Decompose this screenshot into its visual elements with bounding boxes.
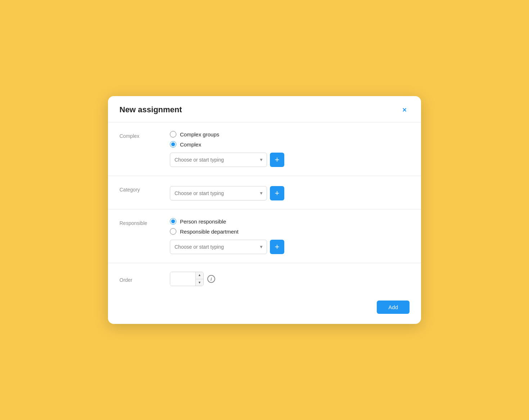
responsible-section: Responsible Person responsible Responsib… <box>108 209 421 263</box>
complex-radio[interactable] <box>170 141 176 148</box>
complex-dropdown-wrap: ▼ <box>170 153 267 167</box>
order-increment-button[interactable]: ▲ <box>196 272 203 279</box>
responsible-dropdown-wrap: ▼ <box>170 240 267 254</box>
complex-groups-radio[interactable] <box>170 131 176 137</box>
responsible-dept-label: Responsible department <box>180 229 239 235</box>
modal-dialog: New assignment × Complex Complex groups … <box>108 96 421 324</box>
responsible-content: Person responsible Responsible departmen… <box>170 218 410 254</box>
responsible-label: Responsible <box>119 218 170 226</box>
complex-label: Complex <box>119 131 170 139</box>
order-decrement-button[interactable]: ▼ <box>196 279 203 286</box>
person-responsible-label: Person responsible <box>180 218 226 225</box>
order-label: Order <box>119 275 170 283</box>
responsible-add-button[interactable]: + <box>270 240 284 254</box>
order-section: Order 1 ▲ ▼ i <box>108 263 421 295</box>
complex-content: Complex groups Complex ▼ + <box>170 131 410 167</box>
page-background: New assignment × Complex Complex groups … <box>0 0 529 420</box>
category-input-row: ▼ + <box>170 186 410 200</box>
order-info-icon: i <box>207 275 215 283</box>
responsible-dropdown[interactable] <box>170 240 267 254</box>
complex-input-row: ▼ + <box>170 153 410 167</box>
close-button[interactable]: × <box>399 105 410 115</box>
order-number-wrap: 1 ▲ ▼ <box>170 272 204 286</box>
complex-groups-label: Complex groups <box>180 131 219 137</box>
complex-add-button[interactable]: + <box>270 153 284 167</box>
complex-section: Complex Complex groups Complex ▼ + <box>108 122 421 176</box>
person-responsible-radio-row[interactable]: Person responsible <box>170 218 410 225</box>
modal-header: New assignment × <box>108 96 421 122</box>
responsible-dept-radio[interactable] <box>170 228 176 235</box>
order-spin-buttons: ▲ ▼ <box>195 272 203 286</box>
modal-footer: Add <box>108 295 421 324</box>
modal-title: New assignment <box>119 105 182 114</box>
complex-radio-row[interactable]: Complex <box>170 141 410 148</box>
category-label: Category <box>119 185 170 193</box>
complex-groups-radio-row[interactable]: Complex groups <box>170 131 410 137</box>
category-dropdown-wrap: ▼ <box>170 186 267 200</box>
category-section: Category ▼ + <box>108 176 421 209</box>
order-input[interactable]: 1 <box>170 272 195 286</box>
add-submit-button[interactable]: Add <box>377 301 410 314</box>
responsible-dept-radio-row[interactable]: Responsible department <box>170 228 410 235</box>
responsible-input-row: ▼ + <box>170 240 410 254</box>
order-input-wrap: 1 ▲ ▼ i <box>170 272 215 286</box>
category-dropdown[interactable] <box>170 186 267 200</box>
person-responsible-radio[interactable] <box>170 218 176 225</box>
complex-dropdown[interactable] <box>170 153 267 167</box>
complex-radio-label: Complex <box>180 141 201 148</box>
category-add-button[interactable]: + <box>270 186 284 200</box>
category-content: ▼ + <box>170 185 410 200</box>
